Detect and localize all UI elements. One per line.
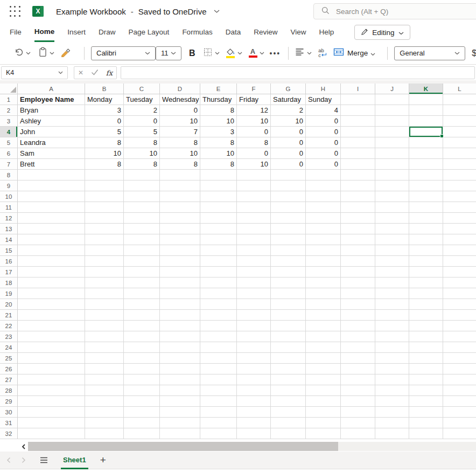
cell-K23[interactable] [409,331,443,342]
paste-button[interactable] [38,47,54,59]
cell-H32[interactable] [306,428,341,439]
align-button[interactable] [295,48,312,58]
cell-F9[interactable] [237,181,271,191]
cell-L20[interactable] [443,299,476,310]
cell-I17[interactable] [341,267,375,277]
cell-L14[interactable] [443,234,476,245]
cell-H21[interactable] [306,310,341,321]
cell-B3[interactable]: 0 [85,116,124,127]
row-header-19[interactable]: 19 [0,288,18,299]
cell-G2[interactable]: 2 [271,105,306,116]
bold-button[interactable]: B [189,48,195,58]
cell-A29[interactable] [18,396,85,407]
cell-E9[interactable] [200,181,237,191]
row-header-23[interactable]: 23 [0,331,18,342]
cell-L11[interactable] [443,202,476,213]
cell-J26[interactable] [375,364,409,374]
app-launcher-button[interactable] [8,4,22,18]
cell-H19[interactable] [306,288,341,299]
cell-C18[interactable] [124,277,160,288]
cell-J29[interactable] [375,396,409,407]
cell-E31[interactable] [200,418,237,428]
cell-A1[interactable]: Employee Name [18,94,85,105]
cell-L16[interactable] [443,256,476,267]
cell-E15[interactable] [200,245,237,256]
cell-H31[interactable] [306,418,341,428]
column-header-F[interactable]: F [237,84,271,94]
menu-tab-formulas[interactable]: Formulas [182,23,212,42]
column-header-B[interactable]: B [85,84,124,94]
insert-function-button[interactable]: fx [106,69,113,77]
cell-E28[interactable] [200,385,237,396]
cell-H27[interactable] [306,374,341,385]
cell-F2[interactable]: 12 [237,105,271,116]
column-header-E[interactable]: E [200,84,237,94]
cell-L1[interactable] [443,94,476,105]
cell-F17[interactable] [237,267,271,277]
cell-I14[interactable] [341,234,375,245]
more-options-button[interactable]: ••• [270,49,281,58]
cell-E13[interactable] [200,224,237,234]
cell-L22[interactable] [443,321,476,331]
cell-D27[interactable] [160,374,200,385]
row-header-17[interactable]: 17 [0,267,18,277]
cell-H20[interactable] [306,299,341,310]
cell-A30[interactable] [18,407,85,418]
cell-F29[interactable] [237,396,271,407]
cell-B8[interactable] [85,170,124,181]
menu-tab-file[interactable]: File [10,23,22,42]
cell-D20[interactable] [160,299,200,310]
cell-J24[interactable] [375,342,409,353]
cell-E32[interactable] [200,428,237,439]
cell-J17[interactable] [375,267,409,277]
cell-A8[interactable] [18,170,85,181]
row-header-12[interactable]: 12 [0,213,18,224]
cell-K13[interactable] [409,224,443,234]
cell-E18[interactable] [200,277,237,288]
cell-A3[interactable]: Ashley [18,116,85,127]
row-header-9[interactable]: 9 [0,181,18,191]
cell-F19[interactable] [237,288,271,299]
fill-handle[interactable] [440,134,444,138]
cell-I7[interactable] [341,159,375,170]
column-header-J[interactable]: J [375,84,409,94]
cell-D4[interactable]: 7 [160,127,200,137]
cell-K7[interactable] [409,159,443,170]
cell-C13[interactable] [124,224,160,234]
search-input[interactable] [336,8,454,16]
cell-J32[interactable] [375,428,409,439]
cell-B24[interactable] [85,342,124,353]
cell-F12[interactable] [237,213,271,224]
merge-button[interactable]: Merge [333,47,375,59]
save-status[interactable]: Saved to OneDrive [138,7,207,16]
cell-H15[interactable] [306,245,341,256]
cell-B22[interactable] [85,321,124,331]
cell-J13[interactable] [375,224,409,234]
cell-A22[interactable] [18,321,85,331]
cell-A4[interactable]: John [18,127,85,137]
row-header-6[interactable]: 6 [0,148,18,159]
cell-C4[interactable]: 5 [124,127,160,137]
column-header-G[interactable]: G [271,84,306,94]
cell-D8[interactable] [160,170,200,181]
cell-B19[interactable] [85,288,124,299]
cell-D23[interactable] [160,331,200,342]
cell-C19[interactable] [124,288,160,299]
cell-I28[interactable] [341,385,375,396]
cell-G18[interactable] [271,277,306,288]
cell-C8[interactable] [124,170,160,181]
cell-D3[interactable]: 10 [160,116,200,127]
format-painter-button[interactable] [61,47,71,59]
cell-F6[interactable]: 0 [237,148,271,159]
cell-C6[interactable]: 10 [124,148,160,159]
cell-A14[interactable] [18,234,85,245]
cell-K30[interactable] [409,407,443,418]
cell-F27[interactable] [237,374,271,385]
cell-A13[interactable] [18,224,85,234]
cell-K28[interactable] [409,385,443,396]
cell-C20[interactable] [124,299,160,310]
cell-G14[interactable] [271,234,306,245]
excel-logo-icon[interactable]: X [32,6,44,17]
cell-L30[interactable] [443,407,476,418]
cell-K3[interactable] [409,116,443,127]
